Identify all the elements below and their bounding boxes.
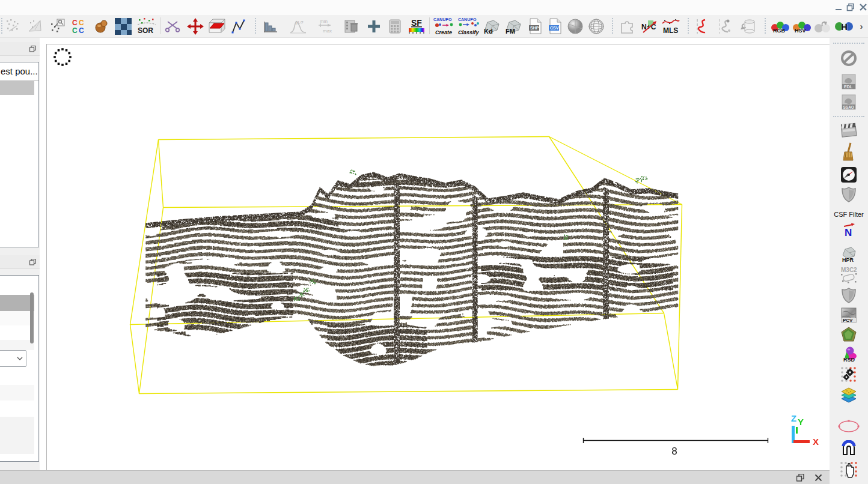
console-close-button[interactable] [813,473,824,483]
toolbar-handle[interactable] [255,18,256,34]
canupo-classify-button[interactable]: CANUPO Classify [456,16,481,36]
mls-smoothing-button[interactable]: MLS [660,16,682,36]
canupo-create-icon: CANUPO Create [432,16,456,36]
gray-sphere-icon [566,17,584,35]
properties-row [0,340,34,350]
svg-text:Classify: Classify [458,29,480,35]
manual-pick-button[interactable] [836,459,862,480]
gray-cloud-arrow-icon [813,17,832,35]
spline-fit-button[interactable] [714,16,736,36]
ssao-shader-button[interactable]: SSAO [836,93,862,111]
properties-dropdown[interactable] [0,350,26,367]
kd-tree-button[interactable]: Kd [481,16,503,36]
properties-scrollbar[interactable] [30,292,34,343]
restore-button[interactable] [845,2,856,12]
normals-plugin-button[interactable]: N [836,220,862,238]
m3c2-icon: M3C2 [839,266,858,284]
right-toolbar-handle[interactable] [833,116,864,117]
console-float-button[interactable] [795,473,805,483]
properties-row [0,417,34,454]
broom-plugin-button[interactable] [836,144,862,162]
close-button[interactable] [858,2,868,12]
chevron-right-icon: › [860,21,863,31]
disable-shader-button[interactable] [836,49,862,67]
compare-clouds-button[interactable]: C C C C [69,16,90,36]
cloud-layers-plugin-button[interactable] [836,387,862,405]
sf-calculator-button[interactable] [384,16,406,36]
sf-color-scale-button[interactable]: SF [405,16,428,36]
toolbar-handle[interactable] [688,18,689,34]
fm-rock-icon: FM [503,17,524,35]
m3c2-plugin-button[interactable]: M3C2 [836,266,862,284]
sor-filter-button[interactable]: SOR [135,16,159,36]
delete-sf-button[interactable] [341,16,362,36]
polyline-segment-button[interactable] [228,16,249,36]
db-tree-selected-row[interactable] [0,81,34,95]
edl-shader-button[interactable]: EDL [836,73,862,91]
toolbar-overflow-button[interactable]: › [856,16,867,36]
gears-dots-icon [840,366,858,384]
toolbar-handle[interactable] [765,18,766,34]
mesh-sampling-button[interactable] [25,16,46,36]
normals-curvature-button[interactable]: N+C [638,16,660,36]
fm-button[interactable]: FM [503,16,524,36]
hpr-plugin-button[interactable]: HPR [836,246,862,264]
svg-text:max: max [323,28,332,34]
minmax-filter-button[interactable]: min max [314,16,336,36]
animation-plugin-button[interactable] [836,121,862,139]
surface-revolution-button[interactable] [737,16,759,36]
hsv-colors-button[interactable]: HSV [791,16,813,36]
svg-text:HSV: HSV [795,28,806,34]
cross-section-button[interactable] [206,16,227,36]
calculator-icon [387,18,403,35]
kd-rock-icon: Kd [481,17,502,35]
histogram-eq-button[interactable]: H [833,16,855,36]
translate-rotate-button[interactable] [185,16,206,36]
gauss-filter-button[interactable]: μ,σ [287,16,309,36]
add-sf-button[interactable] [363,16,385,36]
histogram-button[interactable] [260,16,281,36]
facets-plugin-button[interactable] [836,325,862,343]
pcv-plugin-button[interactable]: PCV [836,306,862,324]
ellipse-tool-button[interactable] [836,417,862,435]
checkerboard-button[interactable] [112,16,134,36]
properties-selected-row[interactable] [0,295,34,311]
puzzle-icon [619,17,637,35]
db-tree-item[interactable]: est pou... [0,62,38,80]
properties-float-button[interactable] [28,257,37,267]
shield2-plugin-button[interactable] [836,286,862,304]
minimize-button[interactable] [833,2,844,12]
canupo-create-button[interactable]: CANUPO Create [432,16,456,36]
hpr-icon: HPR [840,246,858,264]
toolbar-separator [160,17,160,34]
sphere-button[interactable] [564,16,586,36]
pick-points-button[interactable] [47,16,69,36]
segment-scissors-button[interactable] [162,16,184,36]
shp-export-button[interactable]: SHP [524,16,546,36]
plugin-puzzle-button[interactable] [617,16,638,36]
convert-gray-button[interactable] [811,16,833,36]
gears-plugin-button[interactable] [836,366,862,384]
globe-button[interactable] [585,16,607,36]
toolbar-handle[interactable] [612,18,613,34]
magnet-tool-button[interactable] [836,439,862,457]
spline-red-button[interactable] [691,16,713,36]
clay-sample-button[interactable] [91,16,112,36]
ransac-sd-plugin-button[interactable]: RSD [836,345,862,363]
svg-text:C: C [72,26,78,35]
broom-icon [841,142,857,163]
float-icon [29,259,36,265]
rgb-colors-button[interactable]: RGB [769,16,791,36]
csv-export-button[interactable]: CSV [544,16,566,36]
db-tree-float-button[interactable] [28,44,37,53]
ellipse-icon [837,419,860,434]
shield-plugin-button[interactable] [836,186,862,204]
compass-plugin-button[interactable] [836,166,862,184]
viewport-3d[interactable] [40,37,830,470]
subsample-button[interactable] [2,16,24,36]
film-trash-icon [343,18,360,35]
csf-filter-label[interactable]: CSF Filter [830,211,868,218]
console-header [0,470,830,484]
right-toolbar-handle[interactable] [833,43,864,44]
cylinder-arrow-icon [739,17,757,35]
